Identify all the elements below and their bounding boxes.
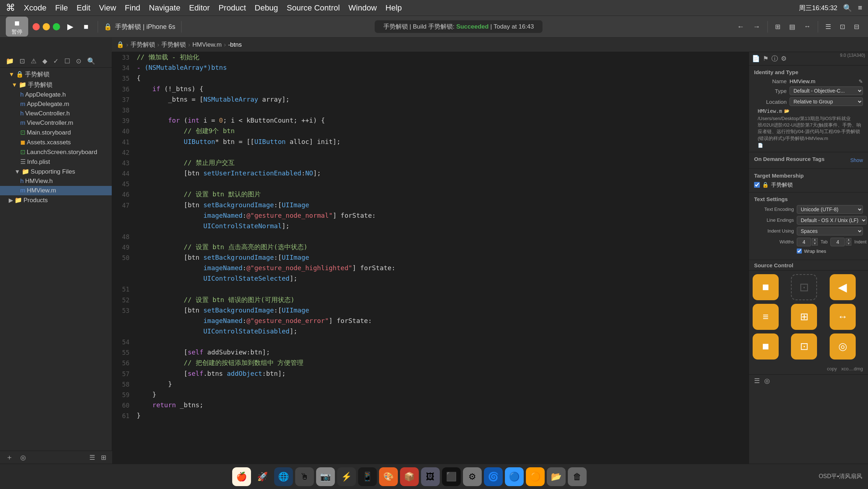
dock-camera[interactable]: 📷 — [316, 467, 335, 486]
breadcrumb-item-file[interactable]: HMView.m — [192, 41, 222, 48]
layout-btn-2[interactable]: ▤ — [786, 21, 798, 32]
sidebar-item-appdelegate-h[interactable]: h AppDelegate.h — [0, 90, 112, 99]
wrap-lines-checkbox[interactable] — [797, 248, 802, 254]
sidebar-bottom-btn-3[interactable]: ☰ — [88, 453, 97, 462]
traffic-yellow[interactable] — [43, 23, 50, 30]
widget-camera[interactable]: ◎ — [830, 333, 856, 360]
run-button[interactable]: ▶ — [64, 21, 76, 33]
tab-width-up[interactable]: ▲ — [812, 238, 818, 242]
dock-mouse[interactable]: 🖱 — [295, 467, 314, 486]
dock-appstore[interactable]: 📦 — [400, 467, 419, 486]
sidebar-item-viewcontroller-m[interactable]: m ViewController.m — [0, 118, 112, 128]
sidebar-item-info-plist[interactable]: ☰ Info.plist — [0, 157, 112, 167]
dock-settings[interactable]: ⚙ — [463, 467, 482, 486]
menu-product[interactable]: Product — [218, 3, 246, 13]
inspector-btn-gear[interactable]: ⚙ — [781, 55, 787, 63]
apple-menu[interactable]: ⌘ — [6, 2, 15, 13]
dock-safari[interactable]: 🌐 — [274, 467, 293, 486]
code-area[interactable]: 33 // 懒加载 - 初始化 34 - (NSMutableArray*)bt… — [112, 52, 749, 464]
inspector-btn-identity[interactable]: ⓘ — [771, 54, 778, 63]
inspector-indentusing-select[interactable]: Spaces — [797, 227, 863, 235]
sidebar-item-group-app[interactable]: ▼ 📁 手势解锁 — [0, 80, 112, 90]
dock-misc2[interactable]: 🗑 — [568, 467, 587, 486]
sidebar-bottom-btn-4[interactable]: ⊞ — [99, 453, 108, 462]
widget-grid-full[interactable]: ⊞ — [791, 304, 817, 330]
widget-square[interactable]: ■ — [753, 274, 779, 300]
sidebar-item-hmview-h[interactable]: h HMView.h — [0, 177, 112, 186]
inspector-location-select[interactable]: Relative to Group — [790, 97, 863, 106]
sidebar-folder-btn[interactable]: 📁 — [4, 56, 15, 66]
inspector-show-button[interactable]: Show — [850, 157, 863, 163]
menu-source-control[interactable]: Source Control — [287, 3, 340, 13]
stop-button[interactable]: ■ — [80, 21, 92, 33]
dock-image[interactable]: 🖼 — [421, 467, 440, 486]
sidebar-item-products[interactable]: ▶ 📁 Products — [0, 195, 112, 205]
inspector-file-choose[interactable]: 📂 — [784, 109, 790, 114]
traffic-green[interactable] — [53, 23, 60, 30]
sidebar-item-assets[interactable]: ◼ Assets.xcassets — [0, 137, 112, 147]
sidebar-debug-btn[interactable]: ⊙ — [75, 56, 83, 66]
menu-view[interactable]: View — [99, 3, 116, 13]
inspector-lineendings-select[interactable]: Default - OS X / Unix (LF) — [797, 216, 867, 225]
breadcrumb-item-1[interactable]: 🔒 — [116, 41, 124, 48]
indent-width-input[interactable] — [830, 238, 845, 246]
stop-badge[interactable]: ■ 暂停 — [6, 17, 28, 37]
dock-orange[interactable]: 🟠 — [526, 467, 545, 486]
dock-swirl[interactable]: 🌀 — [484, 467, 503, 486]
inspector-btn-file[interactable]: 📄 — [752, 55, 760, 63]
inspector-btn-3[interactable]: ⊟ — [851, 21, 862, 32]
nav-forward-button[interactable]: → — [750, 21, 763, 32]
sidebar-source-btn[interactable]: ⊡ — [18, 56, 26, 66]
sidebar-warning-btn[interactable]: ⚠ — [29, 56, 38, 66]
dock-finder[interactable]: 🍎 — [232, 467, 251, 486]
menu-find[interactable]: Find — [125, 3, 140, 13]
nav-back-button[interactable]: ← — [734, 21, 747, 32]
widget-stretch[interactable]: ↔ — [830, 304, 856, 330]
sidebar-item-hmview-m[interactable]: m HMView.m — [0, 186, 112, 195]
search-icon[interactable]: 🔍 — [843, 4, 852, 12]
dock-terminal[interactable]: ⬛ — [442, 467, 461, 486]
sidebar-item-viewcontroller-h[interactable]: h ViewController.h — [0, 109, 112, 118]
sidebar-toggle-icon[interactable]: ≡ — [858, 4, 862, 12]
menu-edit[interactable]: Edit — [77, 3, 90, 13]
menu-file[interactable]: File — [55, 3, 68, 13]
dock-code[interactable]: ⚡ — [337, 467, 356, 486]
inspector-file-small-btn[interactable]: 📄 — [758, 143, 763, 148]
menu-window[interactable]: Window — [349, 3, 377, 13]
menu-xcode[interactable]: Xcode — [24, 3, 46, 13]
indent-width-down[interactable]: ▼ — [846, 242, 851, 246]
breadcrumb-item-group[interactable]: 手势解锁 — [161, 41, 186, 49]
inspector-target-checkbox[interactable] — [754, 182, 760, 188]
menu-navigate[interactable]: Navigate — [149, 3, 180, 13]
sidebar-item-supporting[interactable]: ▼ 📁 Supporting Files — [0, 167, 112, 177]
menu-help[interactable]: Help — [386, 3, 402, 13]
inspector-bottom-btn-1[interactable]: ☰ — [754, 377, 760, 385]
inspector-encoding-select[interactable]: Unicode (UTF-8) — [797, 205, 863, 214]
indent-width-up[interactable]: ▲ — [846, 238, 851, 242]
sidebar-breakpoint-btn[interactable]: ◆ — [41, 56, 49, 66]
inspector-bottom-btn-2[interactable]: ◎ — [764, 377, 770, 385]
dock-blue[interactable]: 🔵 — [505, 467, 524, 486]
sidebar-item-main-storyboard[interactable]: ⊡ Main.storyboard — [0, 128, 112, 137]
breadcrumb-item-app[interactable]: 手势解锁 — [131, 41, 155, 49]
add-file-button[interactable]: ＋ — [4, 452, 14, 463]
inspector-btn-flag[interactable]: ⚑ — [763, 55, 769, 63]
sidebar-item-launch-storyboard[interactable]: ⊡ LaunchScreen.storyboard — [0, 147, 112, 157]
breadcrumb-item-symbol[interactable]: -btns — [228, 41, 242, 48]
sidebar-item-appdelegate-m[interactable]: m AppDelegate.m — [0, 99, 112, 109]
widget-list[interactable]: ≡ — [753, 304, 779, 330]
inspector-btn-1[interactable]: ☰ — [822, 21, 834, 32]
sidebar-bottom-btn-2[interactable]: ◎ — [19, 453, 27, 462]
inspector-type-select[interactable]: Default - Objective-C... — [790, 86, 863, 95]
dock-iphone[interactable]: 📱 — [358, 467, 377, 486]
layout-btn-3[interactable]: ↔ — [801, 21, 813, 32]
sidebar-item-root-app[interactable]: ▼ 🔒 手势解锁 — [0, 69, 112, 80]
sidebar-test-btn[interactable]: ✓ — [52, 56, 60, 66]
sidebar-report-btn[interactable]: ☐ — [63, 56, 72, 66]
menu-editor[interactable]: Editor — [189, 3, 210, 13]
tab-width-input[interactable] — [797, 238, 811, 246]
inspector-name-edit[interactable]: ✎ — [859, 78, 863, 84]
sidebar-search-btn[interactable]: 🔍 — [86, 56, 97, 66]
widget-square2[interactable]: ■ — [753, 333, 779, 360]
dock-sketch[interactable]: 🎨 — [379, 467, 398, 486]
